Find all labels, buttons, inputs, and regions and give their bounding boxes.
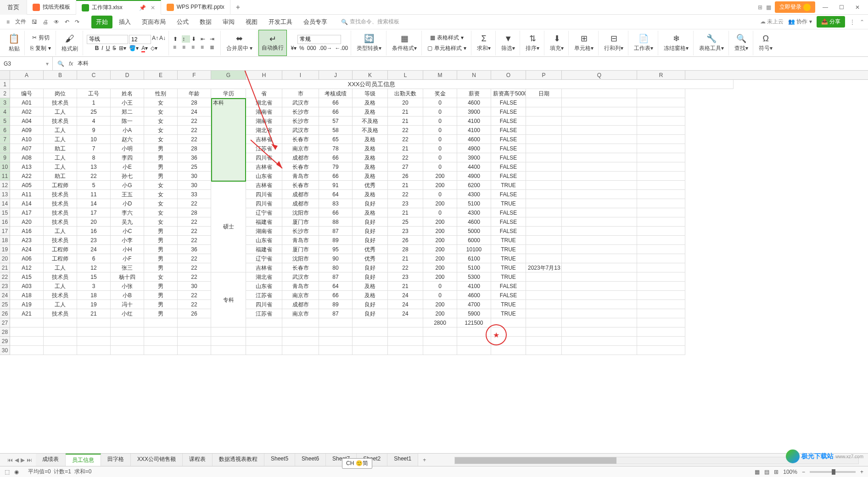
data-cell[interactable] [526,236,562,245]
row-header[interactable]: 6 [0,126,10,135]
data-cell[interactable]: 3900 [457,153,491,162]
data-cell[interactable]: 17 [77,208,111,217]
data-cell[interactable]: 21 [388,144,423,153]
data-cell[interactable]: 23 [388,272,423,282]
data-cell[interactable]: 小E [111,162,144,172]
data-cell[interactable]: FALSE [491,116,526,126]
menu-tab-member[interactable]: 会员专享 [299,16,332,28]
data-cell[interactable]: 21 [388,181,423,190]
data-cell[interactable]: 30 [178,181,211,190]
data-cell[interactable]: 22 [388,153,423,162]
data-cell[interactable]: 79 [319,162,353,172]
col-header-O[interactable]: O [491,71,526,79]
data-cell[interactable]: FALSE [491,153,526,162]
data-cell[interactable]: 33 [178,190,211,199]
data-cell[interactable]: 优秀 [353,181,388,190]
data-cell[interactable] [526,107,562,116]
row-header[interactable]: 5 [0,116,10,126]
data-cell[interactable]: 及格 [353,135,388,144]
header-cell[interactable]: 考核成绩 [319,89,353,98]
data-cell[interactable]: TRUE [491,263,526,272]
data-cell[interactable]: 36 [178,153,211,162]
data-cell[interactable]: A09 [10,126,44,135]
data-cell[interactable] [526,116,562,126]
row-header[interactable]: 22 [0,272,10,282]
data-cell[interactable]: 0 [423,190,457,199]
header-cell[interactable]: 性别 [144,89,178,98]
data-cell[interactable]: 200 [423,236,457,245]
data-cell[interactable]: 湖南省 [246,227,282,236]
data-cell[interactable]: 22 [178,272,211,282]
data-cell[interactable]: 64 [319,282,353,291]
data-cell[interactable]: TRUE [491,236,526,245]
align-middle-icon[interactable]: ↕ [182,35,190,43]
data-cell[interactable]: 工程师 [44,254,77,263]
format-painter-button[interactable]: 🖌格式刷 [60,33,80,54]
data-cell[interactable]: 工人 [44,300,77,309]
percent-icon[interactable]: % [299,45,304,51]
data-cell[interactable]: 长沙市 [282,227,319,236]
data-cell[interactable] [77,318,111,327]
data-cell[interactable]: 95 [319,245,353,254]
increase-font-icon[interactable]: A↑ [152,35,158,44]
formula-value[interactable]: 本科 [78,60,89,67]
type-convert-button[interactable]: 🔄类型转换▾ [355,33,383,53]
data-cell[interactable]: 21 [388,282,423,291]
data-cell[interactable]: A06 [10,254,44,263]
row-header[interactable]: 1 [0,80,10,89]
data-cell[interactable]: 男 [144,245,178,254]
row-header[interactable]: 16 [0,217,10,227]
data-cell[interactable]: 成都市 [282,190,319,199]
data-cell[interactable]: 冯十 [111,300,144,309]
data-cell[interactable] [526,227,562,236]
name-box[interactable]: G3 ▾ [0,57,53,70]
data-cell[interactable]: A20 [10,217,44,227]
data-cell[interactable]: 小张 [111,282,144,291]
data-cell[interactable]: 0 [423,116,457,126]
data-cell[interactable]: 助工 [44,144,77,153]
data-cell[interactable]: 200 [423,245,457,254]
data-cell[interactable] [526,98,562,107]
data-cell[interactable]: 及格 [353,282,388,291]
row-header[interactable]: 29 [0,337,10,346]
data-cell[interactable]: 16 [77,227,111,236]
data-cell[interactable]: 男 [144,144,178,153]
data-cell[interactable]: 22 [178,199,211,208]
data-cell[interactable]: 4900 [457,172,491,181]
data-cell[interactable]: 良好 [353,300,388,309]
data-cell[interactable]: 不及格 [353,116,388,126]
cloud-status[interactable]: ☁ 未上云 [760,18,784,26]
sheet-last-icon[interactable]: ⏭ [27,457,32,463]
data-cell[interactable]: 长沙市 [282,116,319,126]
data-cell[interactable]: 男 [144,172,178,181]
menu-tab-layout[interactable]: 页面布局 [137,16,170,28]
data-cell[interactable]: 22 [178,291,211,300]
data-cell[interactable]: FALSE [491,107,526,116]
data-cell[interactable] [526,162,562,172]
data-cell[interactable] [526,126,562,135]
data-cell[interactable]: 22 [178,217,211,227]
data-cell[interactable]: 武汉市 [282,272,319,282]
add-tab-button[interactable]: + [230,3,246,11]
rowcol-button[interactable]: ⊟行和列▾ [602,33,625,53]
data-cell[interactable]: 87 [319,227,353,236]
data-cell[interactable]: A14 [10,199,44,208]
data-cell[interactable]: 及格 [353,98,388,107]
header-cell[interactable]: 薪资高于5000 [491,89,526,98]
data-cell[interactable] [526,309,562,318]
data-cell[interactable] [111,318,144,327]
data-cell[interactable]: 青岛市 [282,236,319,245]
clear-format-button[interactable]: ◇▾ [151,45,157,51]
data-cell[interactable]: 技术员 [44,98,77,107]
data-cell[interactable]: 23 [388,199,423,208]
data-cell[interactable]: 成都市 [282,153,319,162]
data-cell[interactable]: 女 [144,135,178,144]
data-cell[interactable]: 18 [77,291,111,300]
data-cell[interactable]: 4700 [457,300,491,309]
data-cell[interactable]: 5100 [457,199,491,208]
row-header[interactable]: 25 [0,300,10,309]
cond-format-button[interactable]: ▦条件格式▾ [390,33,419,53]
data-cell[interactable]: 0 [423,144,457,153]
inc-decimal-icon[interactable]: .00→ [319,45,332,51]
data-cell[interactable] [353,318,388,327]
